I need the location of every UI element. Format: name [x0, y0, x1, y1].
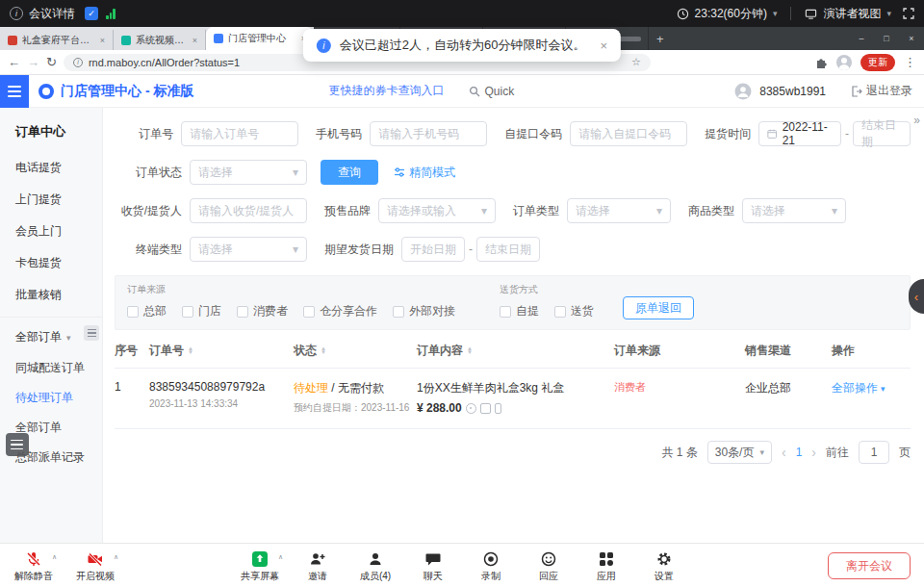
checkbox-box[interactable]	[237, 306, 248, 318]
video-options-caret-icon[interactable]: ∧	[114, 553, 118, 561]
receiver-input[interactable]	[190, 198, 307, 223]
browser-tab-active[interactable]: 门店管理中心 ×	[206, 27, 314, 50]
sidebar-item-door-pickup[interactable]: 上门提货	[0, 184, 102, 216]
view-mode-label[interactable]: 演讲者视图	[823, 6, 881, 22]
sort-icon[interactable]: ▲▼	[188, 347, 193, 354]
checkbox-box[interactable]	[127, 306, 139, 318]
checkbox-box[interactable]	[303, 306, 315, 318]
ship-end-date-picker[interactable]: 结束日期	[476, 237, 540, 262]
floating-list-button[interactable]	[6, 433, 29, 456]
brand-select[interactable]: 请选择或输入 ▾	[378, 198, 496, 223]
unmute-button[interactable]: ∧ 解除静音	[10, 548, 58, 583]
sidebar-item-city-delivery-orders[interactable]: 同城配送订单	[0, 353, 102, 383]
gift-icon[interactable]	[480, 403, 491, 414]
username[interactable]: 8385wb1991	[759, 85, 826, 98]
col-order-no[interactable]: 订单号 ▲▼	[149, 343, 294, 359]
checkbox-consumer[interactable]: 消费者	[237, 303, 288, 319]
browser-tab[interactable]: 礼盒宴府平台管理中心 ×	[0, 30, 114, 50]
sidebar-item-batch-verify[interactable]: 批量核销	[0, 279, 102, 311]
chat-button[interactable]: 聊天	[409, 548, 457, 583]
timer-caret-icon[interactable]: ▾	[773, 9, 778, 18]
invite-button[interactable]: 邀请	[294, 548, 342, 583]
bookmark-star-icon[interactable]: ☆	[631, 56, 641, 68]
browser-profile-avatar[interactable]	[836, 55, 852, 70]
apps-button[interactable]: 应用	[582, 548, 630, 583]
coupon-query-link[interactable]: 更快捷的券卡查询入口	[328, 83, 444, 99]
goods-type-select[interactable]: 请选择 ▾	[742, 198, 846, 223]
pickup-code-input[interactable]	[570, 121, 687, 146]
tab-close-icon[interactable]: ×	[100, 36, 105, 45]
current-page[interactable]: 1	[796, 446, 803, 459]
members-button[interactable]: 成员(4)	[351, 548, 399, 583]
user-avatar[interactable]	[734, 83, 752, 100]
order-type-select[interactable]: 请选择 ▾	[567, 198, 671, 223]
browser-menu-icon[interactable]: ⋮	[904, 56, 916, 68]
window-maximize-button[interactable]: □	[874, 34, 899, 43]
tab-close-icon[interactable]: ×	[192, 36, 197, 45]
settings-button[interactable]: 设置	[640, 548, 688, 583]
start-video-button[interactable]: ∧ 开启视频	[71, 548, 119, 583]
terminal-type-select[interactable]: 请选择 ▾	[190, 237, 307, 262]
prev-page-button[interactable]: ‹	[782, 445, 786, 460]
checkbox-self-pickup[interactable]: 自提	[500, 303, 539, 319]
browser-tab[interactable]: 系统视频学习 ×	[114, 30, 206, 50]
reaction-button[interactable]: 回应	[525, 548, 573, 583]
checkbox-delivery[interactable]: 送货	[554, 303, 594, 319]
toast-close-icon[interactable]: ×	[601, 38, 608, 53]
record-button[interactable]: 录制	[467, 548, 515, 583]
mic-options-caret-icon[interactable]: ∧	[52, 553, 57, 561]
logout-button[interactable]: 退出登录	[851, 83, 912, 99]
sidebar-item-phone-pickup[interactable]: 电话提货	[0, 152, 102, 184]
original-order-return-button[interactable]: 原单退回	[623, 296, 694, 319]
sort-icon[interactable]: ▲▼	[467, 347, 473, 354]
next-page-button[interactable]: ›	[811, 445, 816, 460]
share-screen-button[interactable]: ∧ 共享屏幕	[236, 548, 284, 583]
pickup-start-date-picker[interactable]: 2022-11-21	[758, 121, 841, 146]
checkbox-warehouse-coop[interactable]: 仓分享合作	[303, 303, 377, 319]
meeting-detail-label[interactable]: 会议详情	[29, 6, 75, 22]
window-close-button[interactable]: ×	[899, 34, 924, 43]
window-minimize-button[interactable]: –	[849, 34, 874, 43]
goto-page-input[interactable]	[859, 441, 889, 464]
submenu-collapse-icon[interactable]	[84, 325, 99, 341]
page-size-select[interactable]: 30条/页 ▾	[707, 441, 772, 464]
order-status-select[interactable]: 请选择 ▾	[190, 160, 307, 185]
checkbox-box[interactable]	[393, 306, 404, 318]
panel-expand-icon[interactable]: »	[913, 114, 918, 127]
checkbox-hq[interactable]: 总部	[127, 303, 167, 319]
checkbox-external[interactable]: 外部对接	[393, 303, 455, 319]
sidebar-item-card-pickup[interactable]: 卡包提货	[0, 247, 102, 279]
meeting-info-icon[interactable]: i	[10, 7, 23, 20]
back-icon[interactable]: ←	[8, 56, 20, 68]
leave-meeting-button[interactable]: 离开会议	[828, 552, 911, 579]
col-status[interactable]: 状态 ▲▼	[294, 343, 417, 359]
col-content[interactable]: 订单内容 ▲▼	[417, 343, 614, 359]
simple-mode-link[interactable]: 精简模式	[394, 165, 455, 181]
sidebar-item-member-visit[interactable]: 会员上门	[0, 216, 102, 247]
search-button[interactable]: 查询	[321, 160, 378, 185]
new-tab-button[interactable]: +	[649, 32, 672, 46]
site-info-icon[interactable]: i	[73, 58, 83, 67]
quick-search[interactable]: Quick	[469, 85, 514, 98]
forward-icon[interactable]: →	[27, 56, 39, 68]
order-no-value[interactable]: 83859345088979792a	[149, 380, 294, 394]
sidebar-toggle-button[interactable]	[0, 75, 29, 108]
reload-icon[interactable]: ↻	[46, 56, 57, 68]
mobile-icon[interactable]	[495, 403, 501, 414]
security-shield-icon[interactable]: ✓	[85, 7, 98, 20]
checkbox-box[interactable]	[182, 306, 193, 318]
phone-input[interactable]	[370, 121, 487, 146]
sidebar-item-pending-orders[interactable]: 待处理订单	[0, 383, 102, 413]
fullscreen-icon[interactable]	[903, 8, 914, 19]
remark-icon[interactable]	[466, 403, 476, 414]
all-actions-dropdown[interactable]: 全部操作 ▾	[832, 380, 911, 396]
checkbox-box[interactable]	[554, 306, 566, 318]
order-no-input[interactable]	[181, 121, 298, 146]
extensions-puzzle-icon[interactable]	[814, 56, 828, 69]
chrome-update-button[interactable]: 更新	[860, 54, 895, 71]
checkbox-box[interactable]	[500, 306, 511, 318]
sort-icon[interactable]: ▲▼	[321, 347, 326, 354]
checkbox-store[interactable]: 门店	[182, 303, 221, 319]
ship-start-date-picker[interactable]: 开始日期	[401, 237, 465, 262]
pickup-end-date-picker[interactable]: 结束日期	[853, 121, 911, 146]
